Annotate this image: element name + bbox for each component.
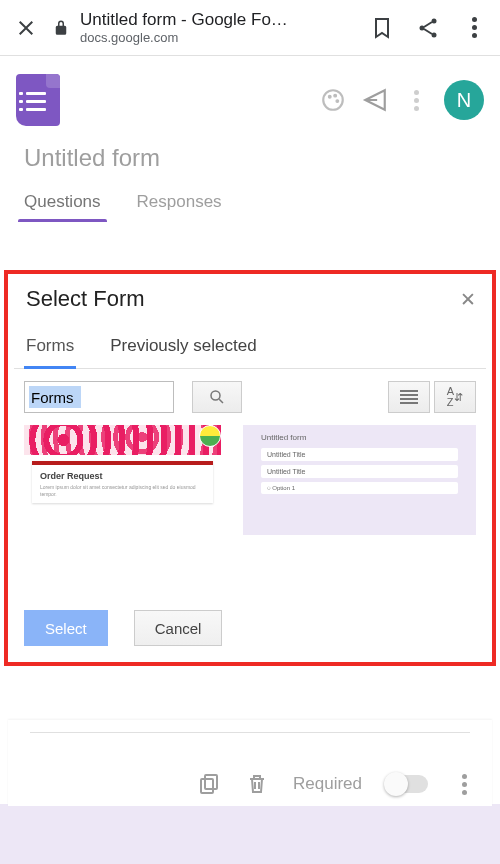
svg-point-6 (336, 100, 339, 103)
app-bar: N (0, 56, 500, 136)
browser-menu-icon[interactable] (462, 16, 486, 40)
status-dot-icon (199, 425, 221, 447)
form-tabs: Questions Responses (0, 186, 500, 223)
app-menu-icon[interactable] (404, 88, 428, 112)
required-label: Required (293, 774, 362, 794)
sort-button[interactable]: AZ⇵ (434, 381, 476, 413)
form-thumb-untitled[interactable]: Untitled form Untitled Title Untitled Ti… (243, 425, 476, 535)
list-view-button[interactable] (388, 381, 430, 413)
sort-az-icon: AZ (447, 386, 454, 408)
palette-icon[interactable] (320, 87, 346, 113)
bookmark-icon[interactable] (370, 16, 394, 40)
modal-tab-previous[interactable]: Previously selected (110, 336, 256, 368)
thumb-line: Untitled Title (261, 448, 458, 461)
cancel-button[interactable]: Cancel (134, 610, 223, 646)
thumb-title: Untitled form (261, 433, 458, 442)
svg-rect-8 (205, 775, 217, 789)
modal-title: Select Form (26, 286, 145, 312)
tab-responses[interactable]: Responses (133, 186, 226, 222)
gallery: Order RequestLorem ipsum dolor sit amet … (14, 425, 486, 535)
svg-point-4 (328, 95, 331, 98)
svg-point-7 (211, 391, 220, 400)
tab-questions[interactable]: Questions (20, 186, 105, 222)
modal-toolbar: AZ⇵ (14, 369, 486, 425)
modal-footer: Select Cancel (24, 610, 222, 646)
close-icon[interactable] (14, 16, 38, 40)
lock-icon (52, 19, 70, 37)
question-menu-icon[interactable] (452, 772, 476, 796)
forms-logo-icon[interactable] (16, 74, 60, 126)
svg-rect-9 (201, 779, 213, 793)
thumb-title: Order Request (40, 471, 205, 481)
duplicate-icon[interactable] (197, 772, 221, 796)
page-url: docs.google.com (80, 30, 288, 45)
url-block[interactable]: Untitled form - Google Fo… docs.google.c… (52, 10, 356, 45)
list-icon (400, 390, 418, 404)
search-icon (208, 388, 226, 406)
form-thumb-order[interactable]: Order RequestLorem ipsum dolor sit amet … (24, 425, 221, 535)
select-button[interactable]: Select (24, 610, 108, 646)
send-icon[interactable] (362, 87, 388, 113)
modal-close-icon[interactable]: ✕ (460, 288, 476, 311)
avatar[interactable]: N (444, 80, 484, 120)
required-toggle[interactable] (386, 775, 428, 793)
page-title: Untitled form - Google Fo… (80, 10, 288, 30)
question-card-footer: Required (8, 720, 492, 806)
search-input[interactable] (24, 381, 174, 413)
search-button[interactable] (192, 381, 242, 413)
select-form-modal: Select Form ✕ Forms Previously selected … (4, 270, 496, 666)
modal-tab-forms[interactable]: Forms (26, 336, 74, 368)
browser-chrome: Untitled form - Google Fo… docs.google.c… (0, 0, 500, 56)
delete-icon[interactable] (245, 772, 269, 796)
form-title[interactable]: Untitled form (0, 136, 500, 186)
svg-point-3 (323, 90, 343, 110)
svg-point-5 (334, 94, 337, 97)
share-icon[interactable] (416, 16, 440, 40)
modal-tabs: Forms Previously selected (14, 314, 486, 369)
thumb-line: Untitled Title (261, 465, 458, 478)
